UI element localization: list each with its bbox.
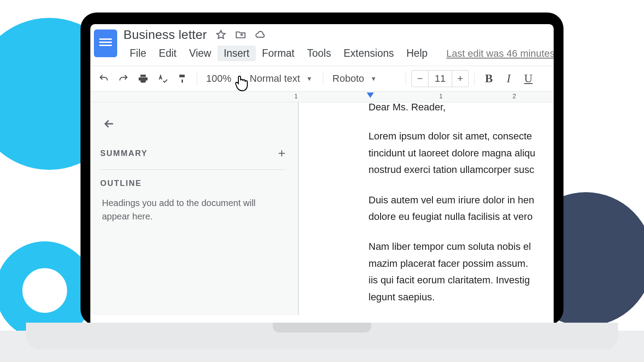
star-icon[interactable] [215, 29, 227, 41]
summary-heading: SUMMARY [100, 149, 148, 158]
toolbar-separator [197, 72, 197, 85]
workspace: SUMMARY + OUTLINE Headings you add to th… [90, 102, 554, 315]
underline-button[interactable]: U [519, 70, 537, 88]
add-summary-button[interactable]: + [278, 146, 285, 160]
spellcheck-button[interactable] [154, 70, 172, 88]
menu-format[interactable]: Format [256, 46, 301, 61]
zoom-value: 100% [206, 73, 231, 84]
print-button[interactable] [134, 70, 152, 88]
body-paragraph: Duis autem vel eum iriure dolor in hendo… [369, 192, 554, 225]
paragraph-style-value: Normal text [250, 73, 300, 84]
ruler-indent-marker[interactable] [367, 93, 374, 98]
document-title[interactable]: Business letter [123, 28, 207, 42]
zoom-dropdown[interactable]: 100% [203, 73, 235, 84]
menu-edit[interactable]: Edit [153, 46, 183, 61]
menu-insert[interactable]: Insert [217, 46, 256, 61]
ruler-label: 1 [439, 93, 443, 100]
undo-button[interactable] [95, 70, 113, 88]
outline-sidebar: SUMMARY + OUTLINE Headings you add to th… [90, 102, 299, 315]
bold-button[interactable]: B [480, 70, 498, 88]
menu-view[interactable]: View [183, 46, 217, 61]
chevron-down-icon: ▼ [370, 75, 377, 82]
body-paragraph: Lorem ipsum dolor sit amet, consectetinc… [369, 128, 554, 178]
font-size-control: − 11 + [411, 70, 469, 87]
font-family-value: Roboto [332, 73, 364, 84]
toolbar-separator [323, 72, 323, 85]
ruler-label: 1 [294, 93, 298, 100]
menu-help[interactable]: Help [400, 46, 434, 61]
body-paragraph: Nam liber tempor cum soluta nobis elmazi… [369, 238, 554, 305]
paint-format-button[interactable] [174, 70, 191, 88]
document-page[interactable]: Dear Ms. Reader,Lorem ipsum dolor sit am… [299, 102, 554, 315]
laptop-frame: Business letter FileEditViewInsertFormat… [80, 13, 564, 325]
laptop-notch [273, 323, 371, 333]
menu-extensions[interactable]: Extensions [337, 46, 400, 61]
toolbar-separator [474, 72, 475, 85]
italic-button[interactable]: I [500, 70, 517, 88]
last-edit-link[interactable]: Last edit was 46 minutes [446, 48, 554, 59]
cloud-status-icon[interactable] [254, 29, 266, 41]
toolbar-separator [406, 72, 406, 85]
sidebar-back-button[interactable] [100, 115, 118, 133]
screen: Business letter FileEditViewInsertFormat… [90, 24, 554, 325]
title-bar: Business letter FileEditViewInsertFormat… [90, 24, 554, 66]
paragraph-style-dropdown[interactable]: Normal text ▼ [246, 73, 318, 84]
greeting-line: Dear Ms. Reader, [369, 102, 554, 115]
outline-heading: OUTLINE [100, 179, 285, 188]
outline-empty-text: Headings you add to the document will ap… [100, 196, 285, 223]
move-folder-icon[interactable] [235, 29, 246, 41]
menu-bar: FileEditViewInsertFormatToolsExtensionsH… [123, 42, 549, 66]
font-size-increase[interactable]: + [452, 71, 468, 87]
menu-tools[interactable]: Tools [301, 46, 338, 61]
toolbar-separator [240, 72, 241, 85]
toolbar: 100% Normal text ▼ Roboto ▼ − 11 + B I U [90, 66, 554, 92]
redo-button[interactable] [114, 70, 132, 88]
ruler-label: 2 [513, 93, 516, 100]
sidebar-divider [100, 169, 285, 170]
menu-file[interactable]: File [123, 46, 153, 61]
font-family-dropdown[interactable]: Roboto ▼ [329, 73, 400, 84]
font-size-value[interactable]: 11 [428, 71, 452, 87]
docs-logo-icon[interactable] [94, 29, 117, 57]
chevron-down-icon: ▼ [306, 75, 313, 82]
ruler[interactable]: 112 [90, 92, 554, 102]
font-size-decrease[interactable]: − [412, 71, 428, 87]
